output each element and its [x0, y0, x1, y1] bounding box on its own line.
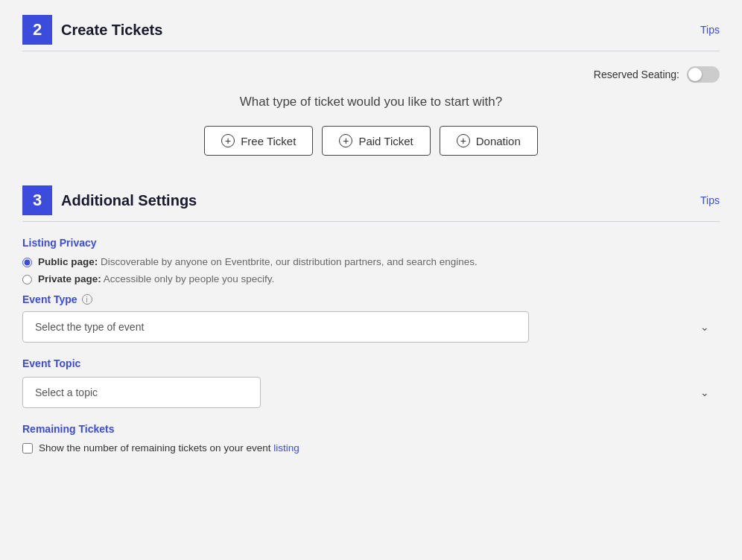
- create-tickets-section: 2 Create Tickets Tips Reserved Seating: …: [22, 15, 720, 156]
- private-page-text: Private page: Accessible only by people …: [38, 273, 274, 284]
- event-topic-label: Event Topic: [22, 357, 720, 369]
- donation-plus-icon: +: [457, 134, 470, 147]
- free-ticket-label: Free Ticket: [241, 135, 296, 147]
- section3-divider: [22, 221, 720, 222]
- remaining-tickets-label: Remaining Tickets: [22, 423, 720, 435]
- remaining-tickets-checkbox-label: Show the number of remaining tickets on …: [39, 442, 299, 454]
- donation-label: Donation: [476, 135, 521, 147]
- event-type-label: Event Type: [22, 293, 77, 305]
- reserved-seating-toggle[interactable]: [687, 66, 720, 83]
- section3-header: 3 Additional Settings Tips: [22, 185, 720, 215]
- paid-ticket-button[interactable]: + Paid Ticket: [322, 126, 430, 156]
- paid-ticket-label: Paid Ticket: [358, 135, 413, 147]
- public-page-desc: Discoverable by anyone on Eventbrite, ou…: [101, 256, 478, 267]
- step2-badge: 2: [22, 15, 52, 45]
- private-page-bold-label: Private page:: [38, 273, 101, 284]
- event-topic-chevron-icon: ⌄: [700, 386, 709, 398]
- step3-badge: 3: [22, 185, 52, 215]
- event-type-select-wrapper: Select the type of event Conference Fest…: [22, 311, 720, 343]
- public-page-bold-label: Public page:: [38, 256, 98, 267]
- ticket-prompt: What type of ticket would you like to st…: [22, 95, 720, 109]
- event-topic-select[interactable]: Select a topic Arts Business Education F…: [22, 377, 261, 408]
- remaining-tickets-section: Remaining Tickets Show the number of rem…: [22, 423, 720, 454]
- free-ticket-button[interactable]: + Free Ticket: [204, 126, 313, 156]
- private-page-option: Private page: Accessible only by people …: [22, 273, 720, 284]
- listing-link: listing: [273, 442, 299, 454]
- private-page-radio[interactable]: [22, 275, 32, 284]
- free-ticket-plus-icon: +: [221, 134, 235, 147]
- donation-button[interactable]: + Donation: [440, 126, 538, 156]
- remaining-tickets-checkbox-row: Show the number of remaining tickets on …: [22, 442, 720, 454]
- section3-tips-link[interactable]: Tips: [700, 194, 720, 206]
- public-page-radio[interactable]: [22, 258, 32, 267]
- event-type-select[interactable]: Select the type of event Conference Fest…: [22, 311, 529, 343]
- event-type-row: Event Type i: [22, 293, 720, 305]
- section2-divider: [22, 51, 720, 51]
- listing-privacy-radio-group: Public page: Discoverable by anyone on E…: [22, 256, 720, 284]
- paid-ticket-plus-icon: +: [339, 134, 352, 147]
- section3-title: Additional Settings: [61, 192, 700, 209]
- section2-header: 2 Create Tickets Tips: [22, 15, 720, 45]
- public-page-option: Public page: Discoverable by anyone on E…: [22, 256, 720, 267]
- remaining-tickets-checkbox[interactable]: [22, 443, 33, 454]
- reserved-seating-label: Reserved Seating:: [594, 69, 679, 80]
- listing-privacy-label: Listing Privacy: [22, 237, 720, 249]
- public-page-text: Public page: Discoverable by anyone on E…: [38, 256, 478, 267]
- reserved-seating-row: Reserved Seating:: [22, 66, 720, 83]
- event-topic-select-wrapper: Select a topic Arts Business Education F…: [22, 377, 720, 408]
- event-type-chevron-icon: ⌄: [700, 321, 709, 333]
- section2-tips-link[interactable]: Tips: [700, 24, 720, 36]
- additional-settings-section: 3 Additional Settings Tips Listing Priva…: [22, 185, 720, 454]
- event-type-info-icon[interactable]: i: [82, 294, 92, 305]
- private-page-desc: Accessible only by people you specify.: [104, 273, 274, 284]
- ticket-buttons-group: + Free Ticket + Paid Ticket + Donation: [22, 126, 720, 156]
- section2-title: Create Tickets: [61, 22, 700, 39]
